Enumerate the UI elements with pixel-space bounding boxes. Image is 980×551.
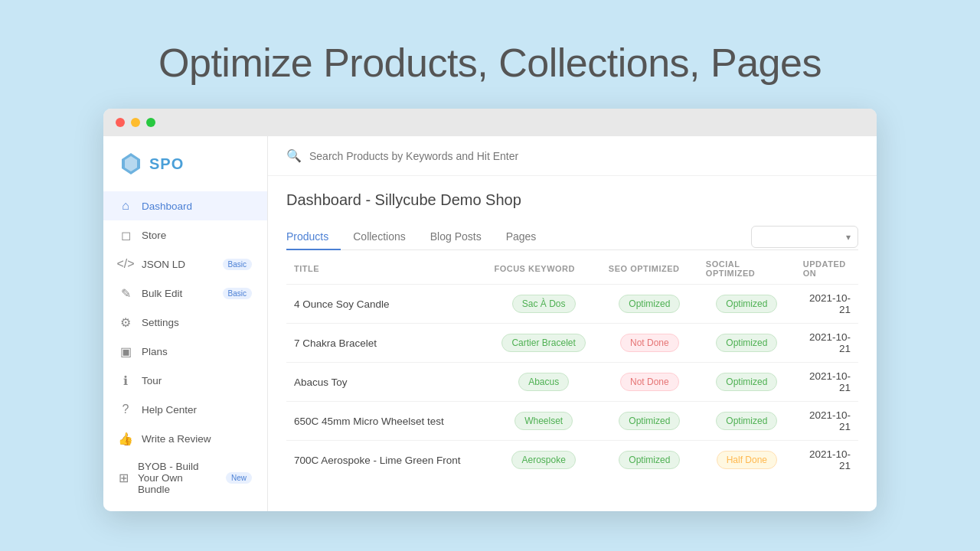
table-cell-updated: 2021-10-21 xyxy=(795,324,858,363)
sidebar-logo: SPO xyxy=(103,152,267,191)
keyword-pill: Wheelset xyxy=(514,412,573,430)
social-status-pill: Optimized xyxy=(716,295,777,313)
keyword-pill: Cartier Bracelet xyxy=(501,334,585,352)
sidebar-logo-text: SPO xyxy=(149,155,184,173)
json-ld-icon: </> xyxy=(119,257,132,271)
table-cell-seo: Not Done xyxy=(601,324,698,363)
content-area: Dashboard - Sillycube Demo Shop Products… xyxy=(268,176,877,511)
sidebar-item-write-review[interactable]: 👍Write a Review xyxy=(103,424,267,453)
seo-status-pill: Optimized xyxy=(619,295,680,313)
sidebar-item-label-help-center: Help Center xyxy=(142,404,197,416)
tab-products[interactable]: Products xyxy=(286,224,341,250)
table-row[interactable]: 650C 45mm Micro Wheelset testWheelsetOpt… xyxy=(286,402,858,441)
sidebar-item-settings[interactable]: ⚙Settings xyxy=(103,308,267,337)
th-social-optimized: SOCIAL OPTIMIZED xyxy=(698,250,795,285)
sidebar-item-json-ld[interactable]: </>JSON LDBasic xyxy=(103,249,267,279)
sidebar-item-dashboard[interactable]: ⌂Dashboard xyxy=(103,191,267,220)
badge-byob: New xyxy=(226,472,252,484)
products-table: TITLE FOCUS KEYWORD SEO OPTIMIZED SOCIAL… xyxy=(286,250,858,479)
store-icon: ◻ xyxy=(119,228,132,242)
sidebar-item-label-dashboard: Dashboard xyxy=(142,201,192,212)
table-cell-seo: Not Done xyxy=(601,363,698,402)
sidebar-item-store[interactable]: ◻Store xyxy=(103,220,267,249)
seo-status-pill: Not Done xyxy=(620,334,679,352)
filter-select[interactable] xyxy=(751,226,858,248)
table-cell-updated: 2021-10-21 xyxy=(795,285,858,324)
browser-dot-minimize[interactable] xyxy=(131,118,140,127)
badge-json-ld: Basic xyxy=(223,259,252,270)
table-cell-updated: 2021-10-21 xyxy=(795,441,858,480)
social-status-pill: Optimized xyxy=(716,334,777,352)
settings-icon: ⚙ xyxy=(119,315,132,329)
sidebar-item-tour[interactable]: ℹTour xyxy=(103,366,267,395)
browser-window: SPO ⌂Dashboard◻Store</>JSON LDBasic✎Bulk… xyxy=(103,109,877,511)
table-cell-title: 650C 45mm Micro Wheelset test xyxy=(286,402,486,441)
page-heading: Optimize Products, Collections, Pages xyxy=(158,40,822,86)
seo-status-pill: Optimized xyxy=(619,451,680,469)
browser-titlebar xyxy=(103,109,877,136)
sidebar: SPO ⌂Dashboard◻Store</>JSON LDBasic✎Bulk… xyxy=(103,136,268,511)
table-cell-keyword: Wheelset xyxy=(486,402,600,441)
sidebar-item-label-json-ld: JSON LD xyxy=(142,259,185,270)
table-cell-keyword: Cartier Bracelet xyxy=(486,324,600,363)
tab-blog-posts[interactable]: Blog Posts xyxy=(418,224,494,250)
dashboard-icon: ⌂ xyxy=(119,199,132,213)
seo-status-pill: Not Done xyxy=(620,373,679,391)
table-cell-keyword: Aerospoke xyxy=(486,441,600,480)
social-status-pill: Optimized xyxy=(716,373,777,391)
dashboard-title: Dashboard - Sillycube Demo Shop xyxy=(286,191,858,209)
table-cell-title: 700C Aerospoke - Lime Green Front xyxy=(286,441,486,480)
table-cell-seo: Optimized xyxy=(601,402,698,441)
keyword-pill: Abacus xyxy=(518,373,569,391)
tab-pages[interactable]: Pages xyxy=(494,224,549,250)
search-bar: 🔍 xyxy=(268,136,877,176)
sidebar-item-plans[interactable]: ▣Plans xyxy=(103,337,267,366)
sidebar-nav: ⌂Dashboard◻Store</>JSON LDBasic✎Bulk Edi… xyxy=(103,191,267,503)
sidebar-item-label-store: Store xyxy=(142,230,166,241)
help-center-icon: ? xyxy=(119,403,132,416)
th-title: TITLE xyxy=(286,250,486,285)
main-content: 🔍 Dashboard - Sillycube Demo Shop Produc… xyxy=(268,136,877,511)
table-cell-social: Optimized xyxy=(698,285,795,324)
tabs-row: ProductsCollectionsBlog PostsPages▾ xyxy=(286,224,858,250)
sidebar-item-label-byob: BYOB - Build Your Own Bundle xyxy=(138,461,217,495)
table-row[interactable]: 700C Aerospoke - Lime Green FrontAerospo… xyxy=(286,441,858,480)
sidebar-item-label-bulk-edit: Bulk Edit xyxy=(142,288,182,299)
sidebar-item-label-write-review: Write a Review xyxy=(142,433,211,445)
sidebar-item-byob[interactable]: ⊞BYOB - Build Your Own BundleNew xyxy=(103,453,267,503)
table-cell-title: Abacus Toy xyxy=(286,363,486,402)
table-cell-social: Optimized xyxy=(698,363,795,402)
browser-dot-maximize[interactable] xyxy=(146,118,155,127)
search-icon: 🔍 xyxy=(286,148,302,163)
plans-icon: ▣ xyxy=(119,344,132,358)
social-status-pill: Half Done xyxy=(717,451,777,469)
search-input[interactable] xyxy=(309,150,858,162)
tab-collections[interactable]: Collections xyxy=(341,224,417,250)
keyword-pill: Aerospoke xyxy=(511,451,575,469)
table-cell-title: 7 Chakra Bracelet xyxy=(286,324,486,363)
filter-wrapper: ▾ xyxy=(751,226,858,248)
th-focus-keyword: FOCUS KEYWORD xyxy=(486,250,600,285)
th-updated-on: UPDATED ON xyxy=(795,250,858,285)
tour-icon: ℹ xyxy=(119,373,132,387)
social-status-pill: Optimized xyxy=(716,412,777,430)
badge-bulk-edit: Basic xyxy=(223,288,252,299)
table-row[interactable]: 4 Ounce Soy CandleSac À DosOptimizedOpti… xyxy=(286,285,858,324)
spo-logo-icon xyxy=(119,152,143,176)
bulk-edit-icon: ✎ xyxy=(119,286,132,300)
table-row[interactable]: 7 Chakra BraceletCartier BraceletNot Don… xyxy=(286,324,858,363)
sidebar-item-label-tour: Tour xyxy=(142,375,162,386)
sidebar-item-label-plans: Plans xyxy=(142,346,168,357)
table-cell-social: Optimized xyxy=(698,402,795,441)
write-review-icon: 👍 xyxy=(119,432,132,445)
table-cell-title: 4 Ounce Soy Candle xyxy=(286,285,486,324)
browser-dot-close[interactable] xyxy=(116,118,125,127)
sidebar-item-bulk-edit[interactable]: ✎Bulk EditBasic xyxy=(103,279,267,308)
table-cell-social: Half Done xyxy=(698,441,795,480)
table-cell-keyword: Sac À Dos xyxy=(486,285,600,324)
sidebar-item-help-center[interactable]: ?Help Center xyxy=(103,395,267,424)
byob-icon: ⊞ xyxy=(119,471,129,485)
table-cell-social: Optimized xyxy=(698,324,795,363)
keyword-pill: Sac À Dos xyxy=(512,295,576,313)
table-row[interactable]: Abacus ToyAbacusNot DoneOptimized2021-10… xyxy=(286,363,858,402)
